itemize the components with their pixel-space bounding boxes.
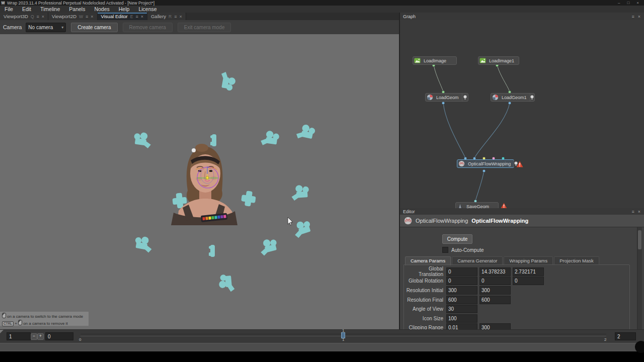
image-icon bbox=[414, 57, 421, 64]
param-input[interactable] bbox=[513, 277, 544, 285]
tab-close-icon[interactable]: × bbox=[42, 14, 44, 19]
menu-timeline[interactable]: Timeline bbox=[36, 6, 64, 13]
tab-visual-editor[interactable]: Visual Editor E ≡ × bbox=[98, 13, 147, 20]
param-label: Clipping Range bbox=[404, 325, 446, 329]
tab-gallery[interactable]: Gallery R ≡ × bbox=[147, 13, 186, 20]
menu-license[interactable]: License bbox=[134, 6, 161, 13]
tab-hotkey: E bbox=[130, 14, 133, 19]
camera-icon[interactable] bbox=[295, 123, 316, 142]
close-button[interactable]: × bbox=[636, 1, 639, 5]
node-loadimage1[interactable]: LoadImage1 bbox=[478, 56, 519, 65]
param-input[interactable] bbox=[446, 277, 477, 285]
head-scan-model[interactable] bbox=[171, 144, 237, 225]
tab-label: Viewport3D bbox=[4, 14, 28, 19]
menu-nodes[interactable]: Nodes bbox=[90, 6, 114, 13]
frame-decrement-button[interactable]: − bbox=[31, 333, 37, 340]
menu-help[interactable]: Help bbox=[114, 6, 134, 13]
param-input[interactable] bbox=[446, 296, 477, 304]
hint-line1: on a camera to switch to the camera mode bbox=[7, 314, 83, 319]
param-input[interactable] bbox=[479, 267, 511, 276]
param-label: Global Rotation bbox=[404, 278, 446, 284]
panel-close-icon[interactable]: × bbox=[638, 14, 640, 19]
viewport-3d[interactable]: on a camera to switch to the camera mode… bbox=[0, 34, 399, 329]
camera-icon[interactable] bbox=[219, 71, 237, 92]
minimize-button[interactable]: – bbox=[618, 1, 620, 5]
node-label: LoadGeom1 bbox=[499, 95, 530, 100]
app-icon: W bbox=[1, 1, 5, 5]
tab-hotkey: Q bbox=[31, 14, 34, 19]
menu-file[interactable]: File bbox=[0, 6, 18, 13]
menu-panels[interactable]: Panels bbox=[64, 6, 90, 13]
camera-icon[interactable] bbox=[218, 274, 235, 293]
camera-icon[interactable] bbox=[209, 245, 215, 257]
create-camera-button[interactable]: Create camera bbox=[71, 23, 117, 32]
param-input[interactable] bbox=[479, 277, 511, 285]
tab-menu-icon[interactable]: ≡ bbox=[135, 14, 138, 19]
camera-icon[interactable] bbox=[291, 219, 313, 239]
param-input[interactable] bbox=[446, 323, 477, 329]
graph-panel-header: Graph ≡ × bbox=[400, 13, 644, 20]
geometry-icon bbox=[492, 94, 499, 101]
scrollbar-thumb[interactable] bbox=[638, 230, 641, 249]
tab-close-icon[interactable]: × bbox=[141, 14, 143, 19]
warning-icon bbox=[516, 161, 523, 167]
tab-close-icon[interactable]: × bbox=[179, 14, 182, 19]
range-end-input[interactable] bbox=[615, 332, 636, 340]
wrapping-icon bbox=[458, 160, 465, 167]
hint-plus: + bbox=[15, 321, 17, 326]
tab-viewport3d[interactable]: Viewport3D Q ≡ × bbox=[0, 13, 48, 20]
lightbulb-icon[interactable] bbox=[462, 94, 468, 101]
tab-menu-icon[interactable]: ≡ bbox=[174, 14, 177, 19]
maximize-button[interactable]: □ bbox=[627, 1, 629, 5]
param-input[interactable] bbox=[446, 286, 477, 295]
camera-select[interactable]: No camera ▾ bbox=[26, 23, 66, 32]
panel-close-icon[interactable]: × bbox=[638, 209, 640, 214]
camera-icon[interactable] bbox=[133, 235, 153, 253]
remove-camera-button: Remove camera bbox=[123, 23, 173, 32]
editor-node-title-row: OpticalFlowWrapping OpticalFlowWrapping bbox=[400, 215, 644, 227]
param-input[interactable] bbox=[479, 296, 511, 304]
camera-icon[interactable] bbox=[240, 190, 257, 207]
node-loadgeom1[interactable]: LoadGeom1 bbox=[491, 93, 535, 102]
camera-icon[interactable] bbox=[260, 130, 280, 147]
camera-icon[interactable] bbox=[210, 134, 216, 146]
tab-wrapping-params[interactable]: Wrapping Params bbox=[504, 256, 553, 265]
menu-edit[interactable]: Edit bbox=[18, 6, 36, 13]
param-input[interactable] bbox=[446, 267, 477, 276]
tab-viewport2d[interactable]: Viewport2D W ≡ × bbox=[48, 13, 98, 20]
lightbulb-icon[interactable] bbox=[530, 94, 534, 101]
current-frame-input[interactable] bbox=[7, 332, 31, 340]
tab-close-icon[interactable]: × bbox=[91, 14, 93, 19]
panel-menu-icon[interactable]: ≡ bbox=[631, 14, 634, 19]
node-savegeom[interactable]: SaveGeom bbox=[455, 202, 499, 208]
camera-icon[interactable] bbox=[133, 131, 152, 149]
tab-projection-mask[interactable]: Projection Mask bbox=[554, 256, 599, 265]
savegeom-icon bbox=[457, 203, 463, 208]
tab-camera-generator[interactable]: Camera Generator bbox=[452, 256, 503, 265]
panel-menu-icon[interactable]: ≡ bbox=[631, 209, 634, 214]
node-loadimage[interactable]: LoadImage bbox=[413, 56, 457, 65]
viewport-scene bbox=[0, 34, 399, 329]
auto-compute-checkbox[interactable] bbox=[442, 247, 448, 253]
tab-menu-icon[interactable]: ≡ bbox=[37, 14, 39, 19]
tab-menu-icon[interactable]: ≡ bbox=[86, 14, 88, 19]
frame-increment-button[interactable]: + bbox=[37, 333, 44, 340]
param-row: Global Rotation bbox=[404, 277, 629, 286]
param-input[interactable] bbox=[479, 286, 511, 295]
timeline-resize-handle[interactable] bbox=[0, 330, 4, 333]
camera-icon[interactable] bbox=[291, 185, 309, 201]
node-opticalflowwrapping[interactable]: OpticalFlowWrapping bbox=[457, 159, 514, 168]
param-input[interactable] bbox=[446, 305, 477, 313]
param-label: Global Translation bbox=[404, 266, 446, 277]
editor-panel: Editor ≡ × OpticalFlowWrapping OpticalFl… bbox=[400, 208, 644, 329]
param-input[interactable] bbox=[479, 323, 511, 329]
param-input[interactable] bbox=[513, 267, 544, 276]
compute-button[interactable]: Compute bbox=[442, 234, 472, 244]
camera-icon[interactable] bbox=[258, 237, 279, 256]
range-start-input[interactable] bbox=[45, 332, 73, 340]
node-graph-canvas[interactable]: LoadImage LoadImage1 LoadGeom LoadGeom1 … bbox=[400, 20, 644, 208]
editor-scrollbar[interactable] bbox=[637, 227, 642, 329]
auto-compute-row: Auto-Compute bbox=[442, 247, 484, 253]
param-input[interactable] bbox=[446, 314, 477, 323]
node-loadgeom[interactable]: LoadGeom bbox=[425, 93, 468, 102]
